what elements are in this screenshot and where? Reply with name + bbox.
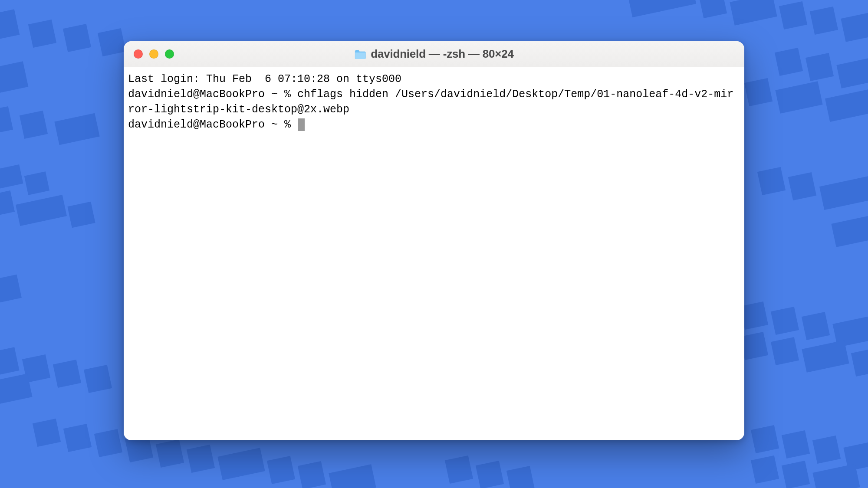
terminal-prompt: davidnield@MacBookPro ~ % <box>128 118 297 131</box>
window-title: davidnield — -zsh — 80×24 <box>371 47 514 61</box>
traffic-lights <box>124 49 174 59</box>
terminal-output-line: Last login: Thu Feb 6 07:10:28 on ttys00… <box>128 72 740 87</box>
window-titlebar[interactable]: davidnield — -zsh — 80×24 <box>124 41 744 67</box>
terminal-content[interactable]: Last login: Thu Feb 6 07:10:28 on ttys00… <box>124 67 744 137</box>
terminal-window[interactable]: davidnield — -zsh — 80×24 Last login: Th… <box>124 41 744 440</box>
maximize-button[interactable] <box>165 49 174 59</box>
title-container: davidnield — -zsh — 80×24 <box>354 47 514 61</box>
minimize-button[interactable] <box>149 49 158 59</box>
terminal-cursor <box>298 118 305 131</box>
terminal-command-line: davidnield@MacBookPro ~ % chflags hidden… <box>128 87 740 117</box>
close-button[interactable] <box>134 49 143 59</box>
folder-icon <box>354 49 366 59</box>
